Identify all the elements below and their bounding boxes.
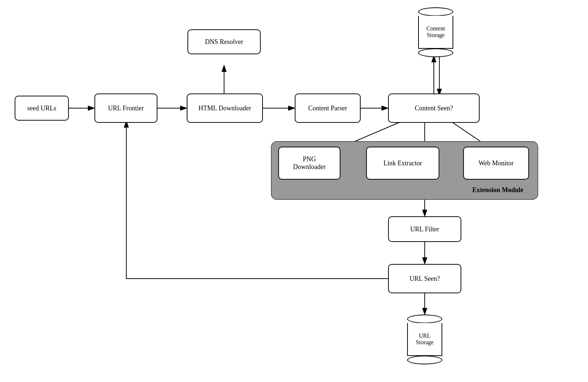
seed-urls-label: seed URLs xyxy=(27,104,56,112)
extension-module-label: Extension Module xyxy=(472,186,524,194)
dns-resolver-label: DNS Resolver xyxy=(205,38,243,46)
html-downloader-node: HTML Downloader xyxy=(187,93,263,123)
content-storage-label: Content Storage xyxy=(427,25,445,38)
url-seen-label: URL Seen? xyxy=(410,275,440,283)
seed-urls-node: seed URLs xyxy=(15,96,69,121)
content-parser-node: Content Parser xyxy=(295,93,361,123)
web-monitor-label: Web Monitor xyxy=(479,159,514,167)
web-monitor-node: Web Monitor xyxy=(463,147,529,180)
png-downloader-node: PNG Downloader xyxy=(278,147,340,180)
content-seen-node: Content Seen? xyxy=(388,93,480,123)
content-storage-cylinder: Content Storage xyxy=(417,7,454,57)
url-filter-node: URL Filter xyxy=(388,216,461,242)
png-downloader-label: PNG Downloader xyxy=(293,155,326,171)
url-storage-label: URL Storage xyxy=(416,333,434,346)
diagram-container: seed URLs URL Frontier HTML Downloader D… xyxy=(0,0,588,382)
url-frontier-label: URL Frontier xyxy=(108,104,144,112)
html-downloader-label: HTML Downloader xyxy=(198,104,251,112)
content-parser-label: Content Parser xyxy=(308,104,347,112)
url-frontier-node: URL Frontier xyxy=(94,93,157,123)
link-extractor-node: Link Extractor xyxy=(366,147,439,180)
url-filter-label: URL Filter xyxy=(410,225,439,233)
link-extractor-label: Link Extractor xyxy=(383,159,422,167)
url-seen-node: URL Seen? xyxy=(388,264,461,293)
content-seen-label: Content Seen? xyxy=(415,104,453,112)
dns-resolver-node: DNS Resolver xyxy=(187,29,261,54)
url-storage-cylinder: URL Storage xyxy=(406,315,443,364)
